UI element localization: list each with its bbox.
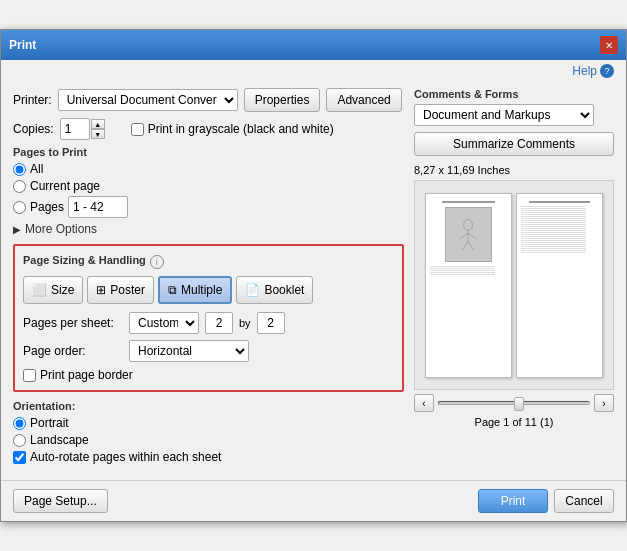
pages-to-print-title: Pages to Print [13,146,404,158]
left-panel: Printer: Universal Document Converter Pr… [13,88,404,470]
pages-by-x-input[interactable] [205,312,233,334]
title-bar: Print ✕ [1,30,626,60]
pages-per-sheet-row: Pages per sheet: Custom... 2 4 6 9 16 by [23,312,394,334]
pages-radio-row: Pages [13,196,404,218]
grayscale-checkbox[interactable] [131,123,144,136]
right-panel: Comments & Forms Document and Markups Do… [414,88,614,470]
prev-page-button[interactable]: ‹ [414,394,434,412]
current-page-radio[interactable] [13,180,26,193]
close-button[interactable]: ✕ [600,36,618,54]
svg-line-5 [469,241,475,249]
auto-rotate-row: Auto-rotate pages within each sheet [13,450,404,464]
page-setup-button[interactable]: Page Setup... [13,489,108,513]
more-options-label: More Options [25,222,97,236]
copies-spinbuttons: ▲ ▼ [91,119,105,139]
page-order-row: Page order: Horizontal Vertical Horizont… [23,340,394,362]
landscape-row: Landscape [13,433,404,447]
print-page-border-row: Print page border [23,368,394,382]
copies-input[interactable] [60,118,90,140]
preview-figure-svg [446,208,490,261]
grayscale-label: Print in grayscale (black and white) [148,122,334,136]
print-page-border-checkbox[interactable] [23,369,36,382]
help-icon: ? [600,64,614,78]
pages-per-sheet-select[interactable]: Custom... 2 4 6 9 16 [129,312,199,334]
help-label: Help [572,64,597,78]
page-order-select[interactable]: Horizontal Vertical Horizontal Reversed … [129,340,249,362]
sizing-buttons: ⬜ Size ⊞ Poster ⧉ Multiple 📄 Booklet [23,276,394,304]
orientation-title: Orientation: [13,400,404,412]
orientation-section: Orientation: Portrait Landscape Auto-rot… [13,400,404,464]
copies-spinner: ▲ ▼ [60,118,105,140]
next-page-button[interactable]: › [594,394,614,412]
page-sizing-title-row: Page Sizing & Handling i [23,254,394,270]
advanced-button[interactable]: Advanced [326,88,401,112]
landscape-radio[interactable] [13,434,26,447]
poster-icon: ⊞ [96,283,106,297]
printer-label: Printer: [13,93,52,107]
print-dialog: Print ✕ Help ? Printer: Universal Docume… [0,29,627,522]
comments-section: Comments & Forms Document and Markups Do… [414,88,614,156]
copies-down[interactable]: ▼ [91,129,105,139]
landscape-label: Landscape [30,433,89,447]
page-slider-thumb[interactable] [514,397,524,411]
pages-radio[interactable] [13,201,26,214]
current-page-radio-row: Current page [13,179,404,193]
help-link[interactable]: Help ? [572,64,614,78]
preview-page-content-2 [517,194,602,377]
multiple-btn-label: Multiple [181,283,222,297]
booklet-icon: 📄 [245,283,260,297]
by-label: by [239,317,251,329]
pages-label: Pages [30,200,64,214]
portrait-label: Portrait [30,416,69,430]
pages-to-print-section: Pages to Print All Current page Pages ▶ … [13,146,404,236]
multiple-button[interactable]: ⧉ Multiple [158,276,232,304]
preview-pages [415,181,613,389]
page-order-label: Page order: [23,344,123,358]
preview-page-content-1 [426,194,511,377]
print-button[interactable]: Print [478,489,548,513]
preview-page-1 [425,193,512,378]
preview-size-label: 8,27 x 11,69 Inches [414,164,614,176]
portrait-row: Portrait [13,416,404,430]
auto-rotate-text: Auto-rotate pages within each sheet [30,450,221,464]
auto-rotate-label: Auto-rotate pages within each sheet [30,450,221,464]
svg-line-4 [463,241,469,249]
preview-box [414,180,614,390]
svg-point-0 [464,219,473,230]
properties-button[interactable]: Properties [244,88,321,112]
poster-btn-label: Poster [110,283,145,297]
auto-rotate-checkbox[interactable] [13,451,26,464]
booklet-button[interactable]: 📄 Booklet [236,276,313,304]
bottom-bar: Page Setup... Print Cancel [1,480,626,521]
all-radio[interactable] [13,163,26,176]
current-page-label: Current page [30,179,100,193]
more-options-toggle[interactable]: ▶ More Options [13,222,404,236]
booklet-btn-label: Booklet [264,283,304,297]
summarize-comments-button[interactable]: Summarize Comments [414,132,614,156]
print-page-border-label: Print page border [40,368,133,382]
size-button[interactable]: ⬜ Size [23,276,83,304]
all-radio-row: All [13,162,404,176]
cancel-button[interactable]: Cancel [554,489,614,513]
page-sizing-info-icon[interactable]: i [150,255,164,269]
comments-select[interactable]: Document and Markups Document Form Field… [414,104,594,126]
poster-button[interactable]: ⊞ Poster [87,276,154,304]
page-sizing-title: Page Sizing & Handling [23,254,146,266]
printer-row: Printer: Universal Document Converter Pr… [13,88,404,112]
copies-label: Copies: [13,122,54,136]
copies-row: Copies: ▲ ▼ Print in grayscale (black an… [13,118,404,140]
page-sizing-section: Page Sizing & Handling i ⬜ Size ⊞ Poster… [13,244,404,392]
copies-up[interactable]: ▲ [91,119,105,129]
size-icon: ⬜ [32,283,47,297]
size-btn-label: Size [51,283,74,297]
svg-line-2 [460,233,468,239]
pages-by-y-input[interactable] [257,312,285,334]
all-label: All [30,162,43,176]
comments-forms-title: Comments & Forms [414,88,614,100]
portrait-radio[interactable] [13,417,26,430]
preview-nav: ‹ › [414,394,614,412]
page-slider[interactable] [438,401,590,405]
printer-select[interactable]: Universal Document Converter [58,89,238,111]
pages-range-input[interactable] [68,196,128,218]
page-count-label: Page 1 of 11 (1) [414,416,614,428]
